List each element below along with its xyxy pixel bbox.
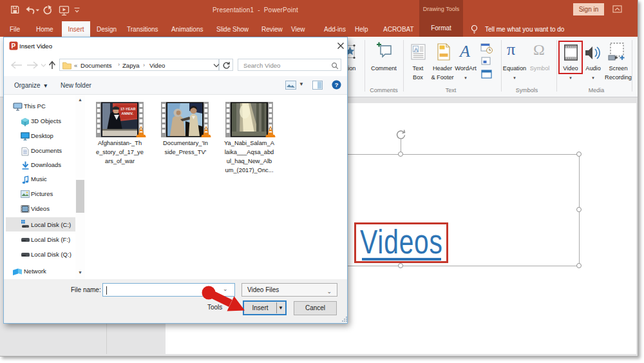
- svg-text:Ω: Ω: [533, 42, 545, 57]
- svg-text:A: A: [459, 44, 470, 59]
- svg-text:?: ?: [335, 81, 339, 88]
- svg-text:π: π: [507, 41, 515, 57]
- svg-text:17-YEAR: 17-YEAR: [120, 107, 136, 111]
- svg-text:P: P: [12, 43, 16, 50]
- svg-text:A: A: [414, 46, 418, 53]
- svg-text:ANNIV.: ANNIV.: [122, 112, 134, 115]
